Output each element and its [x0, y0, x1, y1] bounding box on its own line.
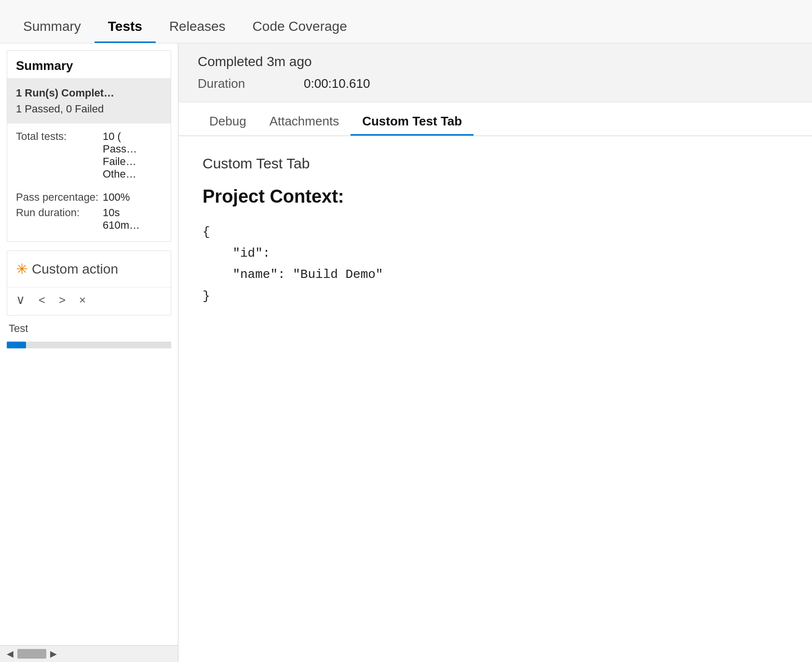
- custom-test-tab-label: Custom Test Tab: [203, 155, 788, 172]
- scroll-left-arrow[interactable]: ◀: [7, 648, 14, 659]
- project-context-title: Project Context:: [203, 186, 788, 207]
- progress-bar-fill: [7, 342, 26, 348]
- run-duration-label: Run duration:: [16, 207, 103, 232]
- pass-percentage-row: Pass percentage: 100%: [16, 191, 162, 204]
- left-panel: Summary 1 Run(s) Complet… 1 Passed, 0 Fa…: [0, 43, 178, 662]
- progress-bar-area: [7, 342, 171, 348]
- run-duration-row: Run duration: 10s 610m…: [16, 207, 162, 232]
- tab-summary[interactable]: Summary: [10, 10, 95, 43]
- tab-tests[interactable]: Tests: [95, 10, 156, 43]
- tab-debug[interactable]: Debug: [198, 107, 258, 136]
- horizontal-scroll-thumb[interactable]: [17, 649, 46, 659]
- custom-action-section: ✳ Custom action ∨ < > ×: [7, 250, 171, 316]
- custom-action-label: Custom action: [32, 262, 118, 277]
- asterisk-icon: ✳: [16, 261, 28, 277]
- detail-tabs: Debug Attachments Custom Test Tab: [178, 102, 812, 136]
- pass-percentage-value: 100%: [103, 191, 130, 204]
- runs-line1: 1 Run(s) Complet…: [16, 85, 162, 101]
- json-block: { "id": "name": "Build Demo" }: [203, 221, 788, 307]
- test-label: Test: [9, 322, 28, 335]
- total-tests-row: Total tests: 10 ( Pass… Faile… Othe…: [16, 130, 162, 180]
- custom-action-header: ✳ Custom action: [7, 251, 171, 287]
- completed-title: Completed 3m ago: [198, 54, 793, 69]
- tab-custom-test-tab[interactable]: Custom Test Tab: [351, 107, 474, 136]
- tab-code-coverage[interactable]: Code Coverage: [239, 10, 361, 43]
- tab-attachments[interactable]: Attachments: [258, 107, 351, 136]
- duration-label: Duration: [198, 76, 304, 91]
- pass-percentage-label: Pass percentage:: [16, 191, 103, 204]
- chevron-down-button[interactable]: ∨: [16, 292, 25, 307]
- main-layout: Summary 1 Run(s) Complet… 1 Passed, 0 Fa…: [0, 43, 812, 662]
- run-duration-value: 10s 610m…: [103, 207, 140, 232]
- summary-runs: 1 Run(s) Complet… 1 Passed, 0 Failed: [7, 78, 171, 124]
- custom-action-toolbar: ∨ < > ×: [7, 287, 171, 315]
- total-tests-value: 10 ( Pass… Faile… Othe…: [103, 130, 137, 180]
- close-button[interactable]: ×: [79, 293, 86, 307]
- summary-spacer: [16, 183, 162, 191]
- scroll-right-arrow[interactable]: ▶: [50, 648, 57, 659]
- chevron-right-button[interactable]: >: [59, 293, 66, 307]
- bottom-scroll-area[interactable]: ◀ ▶: [0, 645, 178, 662]
- completed-header: Completed 3m ago Duration 0:00:10.610: [178, 43, 812, 102]
- right-panel: Completed 3m ago Duration 0:00:10.610 De…: [178, 43, 812, 662]
- summary-card-title: Summary: [7, 51, 171, 78]
- duration-value: 0:00:10.610: [304, 76, 370, 91]
- test-label-row: Test: [0, 316, 178, 340]
- runs-line2: 1 Passed, 0 Failed: [16, 101, 162, 117]
- summary-rows: Total tests: 10 ( Pass… Faile… Othe… Pas…: [7, 124, 171, 241]
- top-navigation: Summary Tests Releases Code Coverage: [0, 0, 812, 43]
- detail-content: Custom Test Tab Project Context: { "id":…: [178, 136, 812, 662]
- duration-row: Duration 0:00:10.610: [198, 76, 793, 91]
- total-tests-label: Total tests:: [16, 130, 103, 180]
- chevron-left-button[interactable]: <: [39, 293, 45, 307]
- summary-card: Summary 1 Run(s) Complet… 1 Passed, 0 Fa…: [7, 50, 171, 242]
- tab-releases[interactable]: Releases: [156, 10, 239, 43]
